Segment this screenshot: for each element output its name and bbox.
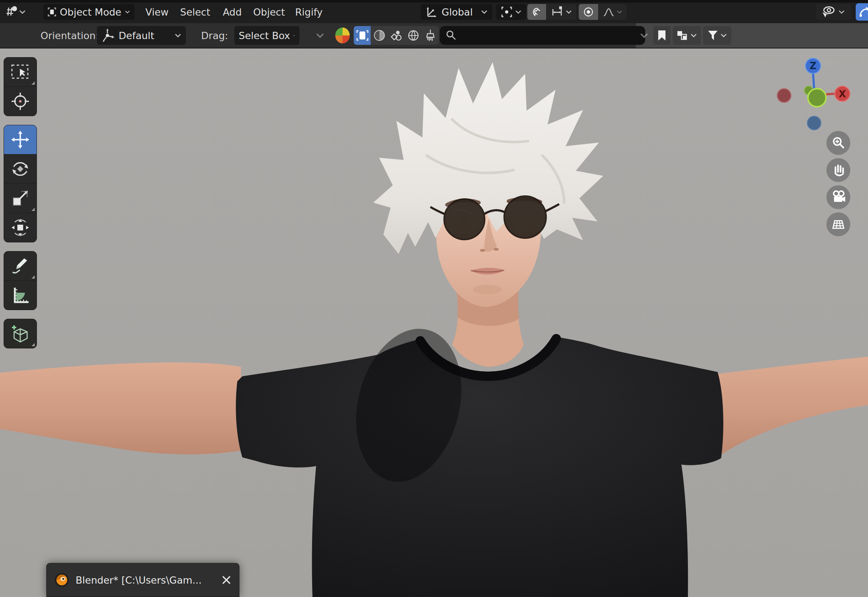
pivot-point-select[interactable] [496, 4, 526, 20]
search-icon [445, 29, 457, 42]
menu-select[interactable]: Select [178, 4, 212, 20]
drag-mode-select[interactable]: Select Box [234, 26, 299, 45]
orthographic-grid-icon [830, 216, 847, 233]
zoom-icon [830, 135, 847, 151]
proportional-editing-toggle[interactable] [579, 4, 598, 20]
rotate-tool[interactable] [4, 154, 37, 183]
zoom-button[interactable] [827, 131, 850, 155]
scale-tool[interactable] [4, 183, 37, 213]
search-field[interactable] [440, 26, 645, 45]
z-axis-label: Z [810, 61, 817, 71]
move-tool[interactable] [4, 125, 37, 154]
brush-icon [424, 28, 437, 42]
object-mode-icon [48, 6, 56, 18]
chevron-down-icon [640, 32, 649, 39]
axis-x-handle[interactable]: X [835, 86, 850, 101]
chevron-down-icon [617, 9, 622, 15]
camera-icon [830, 189, 847, 205]
tool-settings-bar: Orientation: Default Drag: Select Box [0, 23, 868, 48]
tool-shelf [4, 57, 37, 357]
rotate-icon [10, 159, 30, 179]
select-visibility-eye-icon [820, 5, 835, 19]
add-cube-tool[interactable] [4, 319, 37, 348]
menu-add[interactable]: Add [221, 4, 244, 20]
proportional-falloff-select[interactable] [598, 4, 627, 20]
orientation-gizmo-icon [101, 28, 115, 43]
chevron-down-icon [293, 33, 295, 38]
measure-tool[interactable] [4, 281, 37, 310]
axis-z-handle[interactable]: Z [806, 58, 821, 73]
tool-options-corner [31, 208, 35, 211]
drag-mode-value: Select Box [239, 30, 290, 41]
filter-collapse[interactable] [640, 26, 649, 45]
axis-minus-x-handle[interactable] [777, 89, 791, 102]
orientation-axes-icon [425, 6, 438, 18]
chevron-down-icon [316, 32, 325, 39]
axis-navigation-gizmo[interactable]: Z X [770, 54, 857, 138]
tool-options-corner [31, 82, 35, 85]
axis-minus-z-handle[interactable] [807, 116, 821, 130]
chevron-down-icon [515, 9, 521, 15]
bookmark-button[interactable] [653, 26, 671, 45]
window-top-edge [0, 0, 868, 3]
transform-tool[interactable] [4, 213, 37, 242]
select-box-tool[interactable] [4, 58, 37, 86]
shading-preview-button[interactable] [333, 26, 351, 45]
falloff-curve-icon [603, 6, 615, 18]
cursor-tool[interactable] [4, 86, 37, 116]
shading-sphere-button[interactable] [371, 26, 388, 45]
tool-options-corner [31, 343, 35, 346]
pivot-point-icon [501, 6, 513, 18]
blender-logo-icon [54, 572, 70, 588]
transform-orientation-select[interactable]: Global [421, 4, 492, 20]
shading-objects-button[interactable] [388, 26, 405, 45]
annotate-tool[interactable] [4, 251, 37, 281]
chevron-down-icon [174, 33, 182, 38]
shading-solid-button[interactable] [354, 26, 371, 45]
axis-y-handle[interactable] [808, 89, 826, 107]
shading-render-button[interactable] [422, 26, 439, 45]
menu-object[interactable]: Object [251, 4, 287, 20]
menu-rigify[interactable]: Rigify [293, 4, 325, 20]
orientation-default-select[interactable]: Default [97, 26, 186, 45]
transform-orientation-value: Global [441, 6, 473, 18]
show-gizmo-toggle[interactable] [856, 3, 868, 21]
snap-toggle[interactable] [527, 4, 546, 20]
taskbar-window-preview[interactable]: Blender* [C:\Users\Gam... [46, 563, 239, 597]
viewport-shading-group [354, 26, 439, 45]
blender-window: Object Mode View Select Add Object Rigif… [0, 0, 868, 597]
tool-settings-collapse[interactable] [316, 26, 325, 45]
chin-shade [473, 285, 502, 294]
scene-objects-icon [390, 29, 403, 42]
nostril-left [480, 249, 485, 252]
viewport-header: Object Mode View Select Add Object Rigif… [0, 3, 868, 23]
object-visibility-select[interactable] [816, 4, 851, 20]
chevron-down-icon [838, 9, 845, 15]
close-icon[interactable] [221, 575, 232, 585]
nostril-right [494, 248, 499, 251]
measure-ruler-icon [10, 285, 30, 305]
editor-type-button[interactable] [4, 4, 39, 20]
pan-button[interactable] [827, 158, 850, 182]
annotate-pencil-icon [10, 256, 30, 276]
mode-select[interactable]: Object Mode [43, 4, 135, 20]
transform-icon [10, 218, 30, 238]
filter-button[interactable] [703, 26, 731, 45]
viewport-canvas[interactable] [0, 0, 868, 597]
preview-window-title: Blender* [C:\Users\Gam... [76, 575, 215, 586]
solid-shading-icon [356, 28, 369, 42]
matcap-sphere-icon [373, 29, 386, 42]
gizmo-arrow-icon [858, 6, 868, 18]
filter-funnel-icon [707, 30, 718, 41]
drag-label: Drag: [201, 26, 228, 45]
shading-world-button[interactable] [405, 26, 422, 45]
chevron-down-icon [481, 9, 488, 15]
search-input[interactable] [457, 27, 629, 45]
menu-view[interactable]: View [143, 4, 171, 20]
snap-target-select[interactable] [547, 4, 576, 20]
scale-icon [10, 189, 30, 208]
display-mode-select[interactable] [673, 26, 701, 45]
tool-options-corner [31, 275, 35, 279]
perspective-toggle-button[interactable] [827, 212, 850, 236]
camera-view-button[interactable] [827, 185, 850, 209]
